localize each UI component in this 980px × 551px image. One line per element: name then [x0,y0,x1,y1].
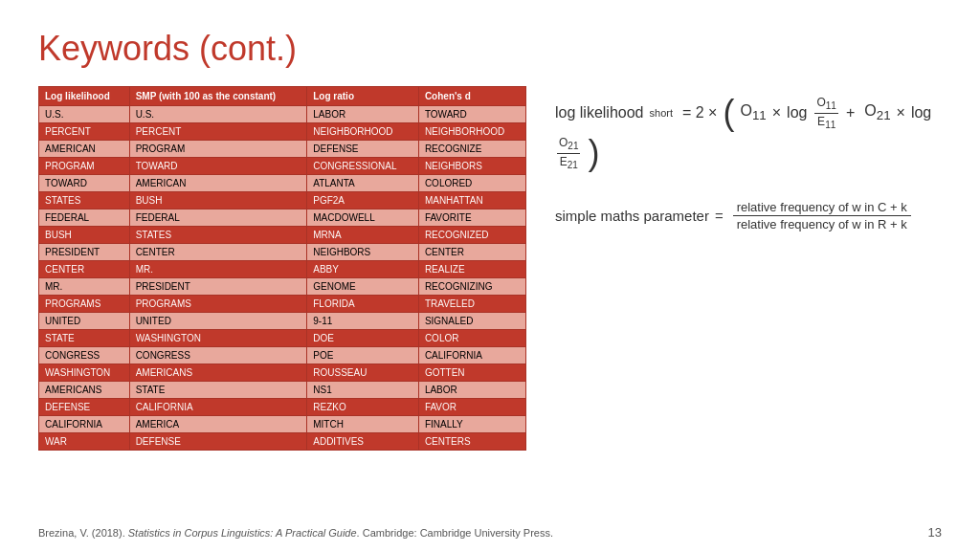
table-cell: WASHINGTON [39,364,130,382]
table-cell: PGF2A [307,192,419,209]
table-cell: WASHINGTON [129,330,307,347]
table-row: DEFENSECALIFORNIAREZKOFAVOR [39,399,526,416]
table-cell: CENTER [39,261,130,278]
table-cell: LABOR [307,106,419,123]
table-cell: CALIFORNIA [39,416,130,433]
table-cell: ROUSSEAU [307,364,419,382]
frac-smp: relative frequency of w in C + k relativ… [733,199,911,232]
table-cell: CALIFORNIA [418,347,525,364]
times2: × [897,104,905,121]
table-row: PROGRAMSPROGRAMSFLORIDATRAVELED [39,296,526,313]
table-cell: FAVOR [418,399,525,416]
table-row: PROGRAMTOWARDCONGRESSIONALNEIGHBORS [39,158,526,175]
table-cell: SIGNALED [418,313,525,330]
table-row: STATESBUSHPGF2AMANHATTAN [39,192,526,209]
table-cell: UNITED [39,313,130,330]
table-cell: U.S. [129,106,307,123]
table-cell: NEIGHBORHOOD [418,123,525,141]
col-header-4: Cohen's d [418,87,525,106]
frac2: O21 E21 [557,136,580,170]
table-cell: DOE [307,330,419,347]
table-cell: FLORIDA [307,296,419,313]
col-header-3: Log ratio [307,87,419,106]
table-row: U.S.U.S.LABORTOWARD [39,106,526,123]
table-cell: FEDERAL [39,209,130,227]
formula2-block: simple maths parameter = relative freque… [555,199,942,232]
table-cell: GOTTEN [418,364,525,382]
table-cell: COLOR [418,330,525,347]
table-row: UNITEDUNITED9-11SIGNALED [39,313,526,330]
table-cell: NEIGHBORS [418,158,525,175]
table-row: AMERICANPROGRAMDEFENSERECOGNIZE [39,141,526,158]
col-header-2: SMP (with 100 as the constant) [129,87,307,106]
table-cell: U.S. [39,106,130,123]
table-cell: TOWARD [129,158,307,175]
table-cell: MR. [39,278,130,296]
table-cell: DEFENSE [129,433,307,451]
table-row: STATEWASHINGTONDOECOLOR [39,330,526,347]
frac2-denom: E21 [558,154,580,170]
formula2-text: simple maths parameter = relative freque… [555,199,942,232]
formula1-subscript: short [650,107,673,119]
table-container: Log likelihood SMP (with 100 as the cons… [38,86,526,451]
table-row: PRESIDENTCENTERNEIGHBORSCENTER [39,244,526,261]
table-cell: MITCH [307,416,419,433]
table-cell: POE [307,347,419,364]
table-cell: MR. [129,261,307,278]
table-cell: REALIZE [418,261,525,278]
frac1: O11 E11 [814,96,837,130]
table-cell: LABOR [418,382,525,399]
table-cell: PROGRAM [129,141,307,158]
table-cell: ATLANTA [307,175,419,192]
table-cell: BUSH [39,227,130,244]
page-title: Keywords (cont.) [38,29,942,69]
table-cell: ADDITIVES [307,433,419,451]
close-paren: ) [588,136,599,170]
table-cell: NEIGHBORS [307,244,419,261]
table-cell: CONGRESS [39,347,130,364]
table-cell: REZKO [307,399,419,416]
table-cell: 9-11 [307,313,419,330]
table-cell: PERCENT [39,123,130,141]
table-cell: AMERICAN [129,175,307,192]
table-cell: AMERICA [129,416,307,433]
table-cell: CONGRESSIONAL [307,158,419,175]
table-cell: PROGRAMS [39,296,130,313]
table-row: FEDERALFEDERALMACDOWELLFAVORITE [39,209,526,227]
times1: × [772,104,781,121]
table-cell: AMERICAN [39,141,130,158]
table-cell: DEFENSE [39,399,130,416]
o21-term: O21 [864,102,890,122]
content-area: Log likelihood SMP (with 100 as the cons… [38,86,942,451]
formula1-label: log likelihood [555,104,644,121]
table-row: WARDEFENSEADDITIVESCENTERS [39,433,526,451]
formula1-equals: = 2 × [682,104,717,121]
table-cell: CENTER [418,244,525,261]
table-cell: FINALLY [418,416,525,433]
table-cell: BUSH [129,192,307,209]
table-cell: FAVORITE [418,209,525,227]
table-cell: COLORED [418,175,525,192]
table-row: CENTERMR.ABBYREALIZE [39,261,526,278]
table-cell: STATE [129,382,307,399]
table-row: MR.PRESIDENTGENOMERECOGNIZING [39,278,526,296]
table-row: BUSHSTATESMRNARECOGNIZED [39,227,526,244]
table-row: CONGRESSCONGRESSPOECALIFORNIA [39,347,526,364]
formula1-block: log likelihood short = 2 × ( O11 × log O… [555,96,942,170]
log2: log [911,104,931,121]
table-row: AMERICANSSTATENS1LABOR [39,382,526,399]
table-cell: STATES [39,192,130,209]
table-row: CALIFORNIAAMERICAMITCHFINALLY [39,416,526,433]
table-cell: MACDOWELL [307,209,419,227]
table-cell: RECOGNIZE [418,141,525,158]
table-cell: CONGRESS [129,347,307,364]
table-cell: TRAVELED [418,296,525,313]
frac1-numer: O11 [814,96,837,113]
frac2-numer: O21 [557,136,580,153]
table-cell: PRESIDENT [129,278,307,296]
table-cell: AMERICANS [129,364,307,382]
formula2-equals: = [715,208,724,224]
keywords-table: Log likelihood SMP (with 100 as the cons… [38,86,526,451]
table-cell: CENTER [129,244,307,261]
frac-smp-numer: relative frequency of w in C + k [733,199,911,216]
